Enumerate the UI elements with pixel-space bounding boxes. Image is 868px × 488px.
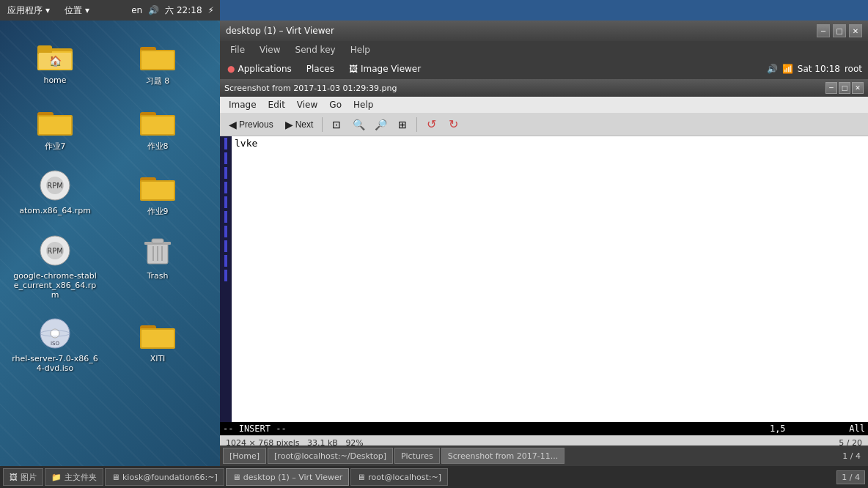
toolbar-separator-2 bbox=[416, 117, 417, 132]
outer-places-menu[interactable]: 位置 ▾ bbox=[57, 1, 97, 20]
zuoye7-folder-icon bbox=[37, 103, 73, 138]
zoom-out-button[interactable]: 🔎 bbox=[371, 115, 390, 134]
desktop-icon-zuoye9[interactable]: 作业9 bbox=[110, 163, 205, 221]
virt-menu-file[interactable]: File bbox=[223, 42, 252, 57]
pager-box[interactable]: 1 / 4 bbox=[836, 470, 865, 484]
xiti-icon-label: XITI bbox=[150, 354, 166, 363]
taskbar-root-icon: 🖥 bbox=[357, 473, 365, 482]
virt-menu-sendkey[interactable]: Send key bbox=[288, 42, 343, 57]
iv-menu-go[interactable]: Go bbox=[323, 98, 347, 111]
gnome-imageviewer-icon: 🖼 bbox=[349, 64, 358, 74]
zuoye8-folder-icon bbox=[140, 103, 175, 138]
gnome-apps-button[interactable]: ● Applications bbox=[220, 61, 299, 77]
desktop-icon-zuoye7[interactable]: 作业7 bbox=[7, 98, 103, 156]
virt-menu-help[interactable]: Help bbox=[343, 42, 378, 57]
previous-button[interactable]: ◀ Previous bbox=[224, 117, 278, 133]
image-viewer-minimize[interactable]: ─ bbox=[825, 82, 837, 94]
taskbar-virt-icon: 🖥 bbox=[232, 473, 240, 482]
gnome-imageviewer-button[interactable]: 🖼 Image Viewer bbox=[342, 61, 428, 77]
gnome-inner-panel: ● Applications Places 🖼 Image Viewer 🔊 📶… bbox=[220, 59, 868, 79]
gnome-task-screenshot[interactable]: Screenshot from 2017-11... bbox=[441, 448, 565, 464]
rotate-cw-button[interactable]: ↻ bbox=[444, 115, 463, 134]
outer-top-panel: 应用程序 ▾ 位置 ▾ en 🔊 六 22:18 ⚡ bbox=[0, 0, 220, 21]
taskbar-pictures-label: 图片 bbox=[21, 472, 37, 483]
rotate-ccw-button[interactable]: ↺ bbox=[422, 115, 441, 134]
virt-menu-view[interactable]: View bbox=[252, 42, 287, 57]
zoom-in-button[interactable]: 🔍 bbox=[349, 115, 368, 134]
next-button[interactable]: ▶ Next bbox=[281, 117, 318, 133]
svg-text:RPM: RPM bbox=[47, 182, 63, 190]
virt-viewer-title: desktop (1) – Virt Viewer bbox=[226, 26, 334, 36]
taskbar-terminal[interactable]: 🖥 kiosk@foundation66:~] bbox=[105, 468, 224, 486]
image-viewer-titlebar: Screenshot from 2017-11-03 01:29:39.png … bbox=[220, 79, 868, 97]
toolbar-separator-1 bbox=[322, 117, 323, 132]
xiti8-icon-label: 习题 8 bbox=[146, 75, 170, 86]
rhel-iso-icon: ISO bbox=[37, 316, 73, 351]
taskbar-files-icon: 📁 bbox=[51, 473, 62, 482]
iv-menu-image[interactable]: Image bbox=[223, 98, 262, 111]
gnome-task-home[interactable]: [Home] bbox=[223, 448, 266, 464]
gnome-task-desktop[interactable]: [root@localhost:~/Desktop] bbox=[268, 448, 393, 464]
virt-maximize-button[interactable]: □ bbox=[833, 24, 846, 37]
image-viewer-maximize[interactable]: □ bbox=[839, 82, 850, 94]
zoom-normal-button[interactable]: ⊞ bbox=[393, 115, 412, 134]
next-label: Next bbox=[295, 119, 314, 130]
gnome-places-label: Places bbox=[306, 64, 334, 74]
iv-menu-view[interactable]: View bbox=[291, 98, 323, 111]
gnome-apps-icon: ● bbox=[227, 64, 235, 74]
gnome-task-desktop-label: [root@localhost:~/Desktop] bbox=[274, 451, 386, 461]
zoom-in-icon: 🔍 bbox=[353, 119, 365, 130]
image-viewer-title: Screenshot from 2017-11-03 01:29:39.png bbox=[224, 84, 397, 93]
gnome-task-pictures-label: Pictures bbox=[401, 451, 433, 461]
taskbar-pictures[interactable]: 🖼 图片 bbox=[3, 468, 43, 486]
vim-insert-mode: -- INSERT -- bbox=[223, 424, 287, 434]
outer-apps-menu[interactable]: 应用程序 ▾ bbox=[0, 1, 57, 20]
image-viewer-inner: Screenshot from 2017-11-03 01:29:39.png … bbox=[220, 79, 868, 466]
desktop-icon-chrome[interactable]: RPM google-chrome-stable_current_x86_64.… bbox=[7, 229, 103, 304]
gnome-imageviewer-label: Image Viewer bbox=[361, 64, 421, 74]
virt-minimize-button[interactable]: ─ bbox=[817, 24, 830, 37]
rotate-ccw-icon: ↺ bbox=[427, 117, 436, 131]
taskbar-terminal-icon: 🖥 bbox=[111, 473, 119, 482]
taskbar-root-term[interactable]: 🖥 root@localhost:~] bbox=[350, 468, 448, 486]
next-icon: ▶ bbox=[285, 119, 293, 130]
gnome-sound-icon: 🔊 bbox=[767, 64, 778, 74]
outer-power-icon: ⚡ bbox=[208, 5, 214, 15]
home-icon-label: home bbox=[43, 75, 66, 85]
gnome-network-icon: 📶 bbox=[782, 64, 793, 74]
virt-close-button[interactable]: ✕ bbox=[849, 24, 862, 37]
desktop-icon-zuoye8[interactable]: 作业8 bbox=[110, 98, 205, 156]
trash-icon bbox=[140, 233, 175, 268]
desktop-icon-atom[interactable]: RPM atom.x86_64.rpm bbox=[7, 163, 103, 221]
vim-text-content: lvke bbox=[235, 138, 257, 149]
svg-text:ISO: ISO bbox=[51, 341, 60, 347]
outer-panel-left: 应用程序 ▾ 位置 ▾ bbox=[0, 1, 97, 20]
taskbar-files[interactable]: 📁 主文件夹 bbox=[45, 468, 103, 486]
gnome-places-button[interactable]: Places bbox=[299, 61, 342, 77]
svg-rect-35 bbox=[141, 330, 174, 347]
gnome-panel-left: ● Applications Places 🖼 Image Viewer bbox=[220, 61, 428, 77]
taskbar-files-label: 主文件夹 bbox=[65, 472, 97, 483]
image-viewer-close[interactable]: ✕ bbox=[852, 82, 864, 94]
taskbar-virt[interactable]: 🖥 desktop (1) – Virt Viewer bbox=[226, 468, 350, 486]
desktop-icon-trash[interactable]: Trash bbox=[110, 229, 205, 304]
gnome-inner-taskbar: [Home] [root@localhost:~/Desktop] Pictur… bbox=[220, 446, 868, 466]
desktop-icon-rhel[interactable]: ISO rhel-server-7.0-x86_64-dvd.iso bbox=[7, 311, 103, 377]
taskbar-terminal-label: kiosk@foundation66:~] bbox=[122, 473, 218, 482]
desktop-icon-home[interactable]: 🏠 home bbox=[7, 33, 103, 91]
previous-icon: ◀ bbox=[229, 119, 237, 130]
gnome-user: root bbox=[845, 64, 862, 74]
chrome-rpm-icon: RPM bbox=[37, 233, 73, 268]
outer-speaker-icon: 🔊 bbox=[148, 5, 159, 15]
vim-view: All bbox=[849, 424, 865, 434]
iv-menu-edit[interactable]: Edit bbox=[262, 98, 291, 111]
atom-rpm-icon: RPM bbox=[37, 168, 73, 203]
outer-apps-label: 应用程序 bbox=[7, 4, 43, 17]
zoom-fit-button[interactable]: ⊡ bbox=[327, 115, 346, 134]
zuoye9-icon-label: 作业9 bbox=[147, 206, 169, 217]
iv-menu-help[interactable]: Help bbox=[347, 98, 379, 111]
gnome-task-pictures[interactable]: Pictures bbox=[394, 448, 440, 464]
svg-text:🏠: 🏠 bbox=[49, 55, 62, 67]
desktop-icon-xiti[interactable]: XITI bbox=[110, 311, 205, 377]
desktop-icon-xiti8[interactable]: 习题 8 bbox=[110, 33, 205, 91]
